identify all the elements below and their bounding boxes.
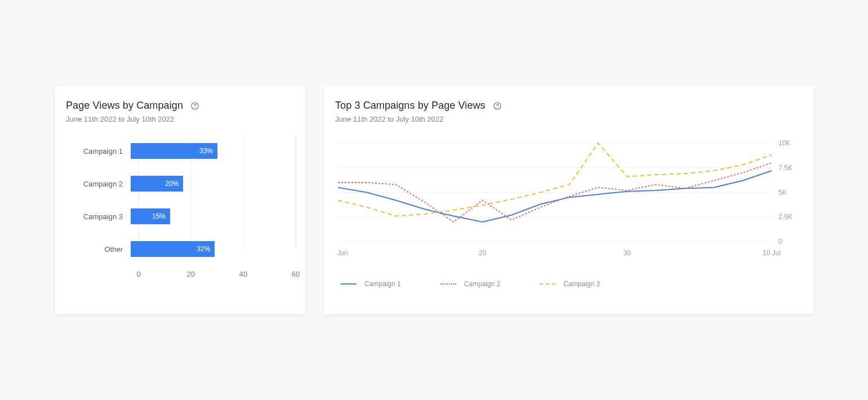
bar-chart: Campaign 1 33% Campaign 2 [66, 135, 294, 282]
card-title: Top 3 Campaigns by Page Views [335, 100, 486, 112]
bar-label: Campaign 1 [66, 147, 131, 155]
bar-value-label: 33% [199, 147, 213, 155]
card-title: Page Views by Campaign [66, 100, 183, 112]
svg-text:7.5K: 7.5K [778, 164, 793, 172]
bar-row: Campaign 1 33% [66, 135, 294, 167]
legend-swatch [540, 283, 555, 285]
bar-x-tick: 0 [136, 270, 140, 278]
svg-point-3 [497, 107, 497, 108]
bar-x-tick: 60 [292, 270, 300, 278]
bar-x-axis: 0 20 40 60 [139, 265, 296, 282]
bar-fill: 15% [131, 208, 170, 224]
card-page-views-by-campaign: Page Views by Campaign June 11th 2022 to… [55, 86, 305, 314]
svg-text:0: 0 [778, 238, 782, 246]
card-header: Page Views by Campaign [66, 100, 294, 112]
bar-value-label: 32% [197, 245, 210, 253]
bar-row: Campaign 3 15% [66, 200, 294, 233]
legend-swatch [440, 283, 456, 285]
bar-fill: 20% [131, 176, 183, 192]
legend-label: Campaign 3 [563, 280, 600, 288]
svg-text:10 Jun: 10 Jun [335, 249, 348, 257]
svg-text:20: 20 [479, 249, 487, 257]
help-icon[interactable] [492, 101, 502, 111]
bar-value-label: 20% [165, 180, 179, 188]
legend-label: Campaign 1 [364, 280, 401, 288]
bar-x-tick: 20 [187, 270, 195, 278]
bar-plot-rows: Campaign 1 33% Campaign 2 [66, 135, 294, 265]
bar-label: Campaign 2 [66, 180, 131, 188]
bar-label: Campaign 3 [66, 212, 131, 221]
bar-fill: 32% [131, 241, 215, 257]
svg-text:30: 30 [624, 249, 631, 257]
svg-text:10K: 10K [778, 139, 790, 147]
card-subtitle: June 11th 2022 to July 10th 2022 [66, 115, 294, 123]
chart-legend: Campaign 1 Campaign 2 Campaign 3 [335, 280, 803, 288]
legend-item: Campaign 3 [540, 280, 600, 288]
legend-item: Campaign 2 [440, 280, 501, 288]
bar-value-label: 15% [152, 212, 166, 220]
bar-row: Other 32% [66, 233, 294, 265]
card-subtitle: June 11th 2022 to July 10th 2022 [335, 115, 803, 123]
card-header: Top 3 Campaigns by Page Views [335, 100, 803, 112]
card-top-campaigns: Top 3 Campaigns by Page Views June 11th … [324, 86, 814, 314]
legend-swatch [341, 283, 357, 285]
bar-label: Other [66, 245, 131, 254]
legend-label: Campaign 2 [464, 280, 501, 288]
bar-row: Campaign 2 20% [66, 167, 294, 200]
line-chart: 02.5K5K7.5K10K 10 Jun203010 Jul [335, 135, 797, 264]
line-chart-svg: 02.5K5K7.5K10K 10 Jun203010 Jul [335, 135, 797, 264]
svg-point-1 [194, 107, 195, 108]
bar-fill: 33% [131, 143, 217, 159]
help-icon[interactable] [190, 101, 200, 111]
bar-gridline [296, 135, 296, 248]
svg-text:5K: 5K [778, 189, 787, 197]
legend-item: Campaign 1 [341, 280, 401, 288]
bar-x-tick: 40 [239, 270, 247, 278]
svg-text:10 Jul: 10 Jul [763, 249, 781, 257]
svg-text:2.5K: 2.5K [778, 213, 793, 221]
